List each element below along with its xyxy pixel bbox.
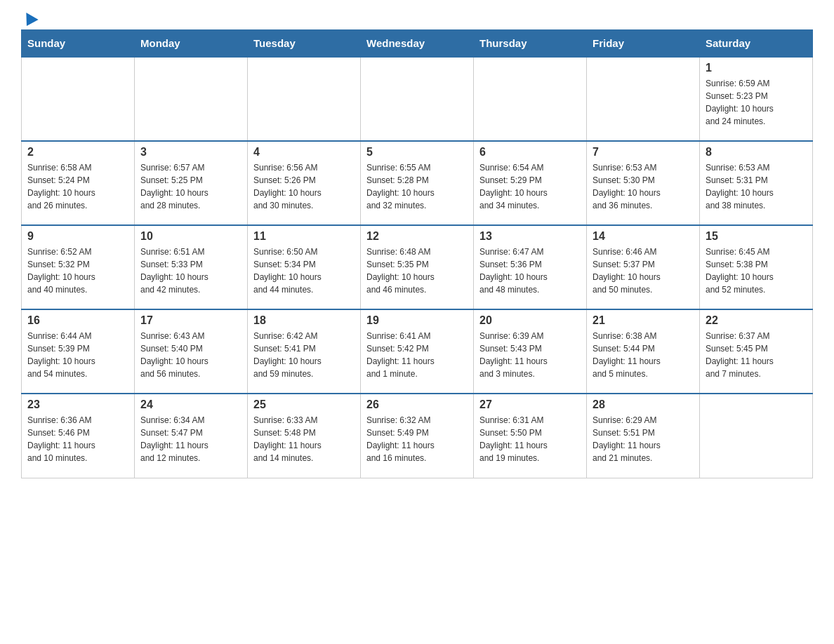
day-number: 16: [27, 314, 128, 327]
day-number: 2: [27, 146, 128, 159]
day-info: Sunrise: 6:38 AMSunset: 5:44 PMDaylight:…: [593, 330, 694, 380]
calendar-cell: [135, 57, 248, 141]
day-number: 21: [593, 314, 694, 327]
day-info: Sunrise: 6:33 AMSunset: 5:48 PMDaylight:…: [253, 414, 355, 464]
day-number: 15: [706, 230, 807, 243]
day-number: 27: [479, 398, 581, 411]
weekday-header-monday: Monday: [135, 30, 248, 58]
calendar-cell: 7Sunrise: 6:53 AMSunset: 5:30 PMDaylight…: [587, 141, 700, 225]
weekday-header-sunday: Sunday: [22, 30, 135, 58]
day-info: Sunrise: 6:54 AMSunset: 5:29 PMDaylight:…: [479, 161, 581, 212]
calendar-cell: 14Sunrise: 6:46 AMSunset: 5:37 PMDayligh…: [587, 225, 700, 309]
day-number: 8: [706, 146, 807, 159]
weekday-header-wednesday: Wednesday: [361, 30, 474, 58]
calendar-cell: [248, 57, 361, 141]
calendar-table: SundayMondayTuesdayWednesdayThursdayFrid…: [21, 29, 813, 478]
day-info: Sunrise: 6:53 AMSunset: 5:30 PMDaylight:…: [593, 161, 694, 212]
day-info: Sunrise: 6:32 AMSunset: 5:49 PMDaylight:…: [366, 414, 468, 464]
logo-triangle-icon: [20, 13, 38, 29]
day-number: 26: [366, 398, 468, 411]
day-info: Sunrise: 6:34 AMSunset: 5:47 PMDaylight:…: [140, 414, 241, 464]
day-number: 4: [253, 146, 355, 159]
day-info: Sunrise: 6:31 AMSunset: 5:50 PMDaylight:…: [479, 414, 581, 464]
day-info: Sunrise: 6:41 AMSunset: 5:42 PMDaylight:…: [366, 330, 468, 380]
day-number: 28: [593, 398, 694, 411]
calendar-cell: [361, 57, 474, 141]
calendar-cell: 19Sunrise: 6:41 AMSunset: 5:42 PMDayligh…: [361, 309, 474, 394]
day-number: 1: [706, 62, 807, 74]
calendar-cell: 6Sunrise: 6:54 AMSunset: 5:29 PMDaylight…: [474, 141, 587, 225]
calendar-cell: [22, 57, 135, 141]
page-header: [21, 14, 813, 22]
day-info: Sunrise: 6:39 AMSunset: 5:43 PMDaylight:…: [479, 330, 581, 380]
day-info: Sunrise: 6:59 AMSunset: 5:23 PMDaylight:…: [706, 77, 807, 128]
day-number: 18: [253, 314, 355, 327]
day-info: Sunrise: 6:29 AMSunset: 5:51 PMDaylight:…: [593, 414, 694, 464]
calendar-cell: 23Sunrise: 6:36 AMSunset: 5:46 PMDayligh…: [22, 394, 135, 478]
day-number: 13: [479, 230, 581, 243]
calendar-cell: 11Sunrise: 6:50 AMSunset: 5:34 PMDayligh…: [248, 225, 361, 309]
day-number: 6: [479, 146, 581, 159]
day-number: 9: [27, 230, 128, 243]
weekday-header-thursday: Thursday: [474, 30, 587, 58]
day-number: 5: [366, 146, 468, 159]
weekday-header-saturday: Saturday: [700, 30, 813, 58]
day-number: 23: [27, 398, 128, 411]
calendar-cell: 5Sunrise: 6:55 AMSunset: 5:28 PMDaylight…: [361, 141, 474, 225]
day-number: 10: [140, 230, 241, 243]
day-info: Sunrise: 6:56 AMSunset: 5:26 PMDaylight:…: [253, 161, 355, 212]
day-number: 19: [366, 314, 468, 327]
weekday-header-row: SundayMondayTuesdayWednesdayThursdayFrid…: [22, 30, 813, 58]
calendar-cell: 27Sunrise: 6:31 AMSunset: 5:50 PMDayligh…: [474, 394, 587, 478]
day-info: Sunrise: 6:53 AMSunset: 5:31 PMDaylight:…: [706, 161, 807, 212]
day-info: Sunrise: 6:58 AMSunset: 5:24 PMDaylight:…: [27, 161, 128, 212]
weekday-header-friday: Friday: [587, 30, 700, 58]
calendar-cell: 16Sunrise: 6:44 AMSunset: 5:39 PMDayligh…: [22, 309, 135, 394]
week-row-5: 23Sunrise: 6:36 AMSunset: 5:46 PMDayligh…: [22, 394, 813, 478]
day-info: Sunrise: 6:47 AMSunset: 5:36 PMDaylight:…: [479, 246, 581, 296]
week-row-2: 2Sunrise: 6:58 AMSunset: 5:24 PMDaylight…: [22, 141, 813, 225]
week-row-1: 1Sunrise: 6:59 AMSunset: 5:23 PMDaylight…: [22, 57, 813, 141]
day-info: Sunrise: 6:50 AMSunset: 5:34 PMDaylight:…: [253, 246, 355, 296]
day-info: Sunrise: 6:43 AMSunset: 5:40 PMDaylight:…: [140, 330, 241, 380]
calendar-cell: [700, 394, 813, 478]
day-info: Sunrise: 6:44 AMSunset: 5:39 PMDaylight:…: [27, 330, 128, 380]
calendar-cell: 4Sunrise: 6:56 AMSunset: 5:26 PMDaylight…: [248, 141, 361, 225]
day-number: 20: [479, 314, 581, 327]
calendar-cell: 3Sunrise: 6:57 AMSunset: 5:25 PMDaylight…: [135, 141, 248, 225]
day-number: 12: [366, 230, 468, 243]
calendar-cell: 13Sunrise: 6:47 AMSunset: 5:36 PMDayligh…: [474, 225, 587, 309]
weekday-header-tuesday: Tuesday: [248, 30, 361, 58]
week-row-3: 9Sunrise: 6:52 AMSunset: 5:32 PMDaylight…: [22, 225, 813, 309]
day-info: Sunrise: 6:48 AMSunset: 5:35 PMDaylight:…: [366, 246, 468, 296]
calendar-cell: 28Sunrise: 6:29 AMSunset: 5:51 PMDayligh…: [587, 394, 700, 478]
calendar-cell: [474, 57, 587, 141]
calendar-cell: 10Sunrise: 6:51 AMSunset: 5:33 PMDayligh…: [135, 225, 248, 309]
calendar-cell: 26Sunrise: 6:32 AMSunset: 5:49 PMDayligh…: [361, 394, 474, 478]
calendar-cell: 12Sunrise: 6:48 AMSunset: 5:35 PMDayligh…: [361, 225, 474, 309]
calendar-cell: 20Sunrise: 6:39 AMSunset: 5:43 PMDayligh…: [474, 309, 587, 394]
day-info: Sunrise: 6:51 AMSunset: 5:33 PMDaylight:…: [140, 246, 241, 296]
calendar-cell: 15Sunrise: 6:45 AMSunset: 5:38 PMDayligh…: [700, 225, 813, 309]
calendar-cell: 1Sunrise: 6:59 AMSunset: 5:23 PMDaylight…: [700, 57, 813, 141]
day-info: Sunrise: 6:57 AMSunset: 5:25 PMDaylight:…: [140, 161, 241, 212]
calendar-cell: [587, 57, 700, 141]
day-info: Sunrise: 6:46 AMSunset: 5:37 PMDaylight:…: [593, 246, 694, 296]
week-row-4: 16Sunrise: 6:44 AMSunset: 5:39 PMDayligh…: [22, 309, 813, 394]
calendar-cell: 9Sunrise: 6:52 AMSunset: 5:32 PMDaylight…: [22, 225, 135, 309]
calendar-cell: 24Sunrise: 6:34 AMSunset: 5:47 PMDayligh…: [135, 394, 248, 478]
calendar-cell: 22Sunrise: 6:37 AMSunset: 5:45 PMDayligh…: [700, 309, 813, 394]
day-info: Sunrise: 6:42 AMSunset: 5:41 PMDaylight:…: [253, 330, 355, 380]
day-info: Sunrise: 6:45 AMSunset: 5:38 PMDaylight:…: [706, 246, 807, 296]
day-number: 11: [253, 230, 355, 243]
day-number: 3: [140, 146, 241, 159]
day-number: 24: [140, 398, 241, 411]
day-number: 7: [593, 146, 694, 159]
calendar-cell: 21Sunrise: 6:38 AMSunset: 5:44 PMDayligh…: [587, 309, 700, 394]
calendar-cell: 25Sunrise: 6:33 AMSunset: 5:48 PMDayligh…: [248, 394, 361, 478]
calendar-cell: 8Sunrise: 6:53 AMSunset: 5:31 PMDaylight…: [700, 141, 813, 225]
day-number: 25: [253, 398, 355, 411]
day-number: 22: [706, 314, 807, 327]
calendar-cell: 2Sunrise: 6:58 AMSunset: 5:24 PMDaylight…: [22, 141, 135, 225]
day-number: 14: [593, 230, 694, 243]
